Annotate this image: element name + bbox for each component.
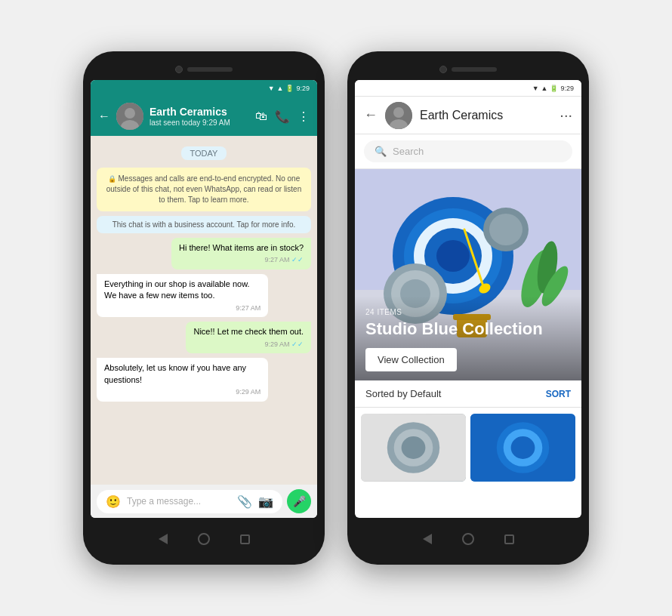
home-nav-btn-2[interactable]: [462, 533, 474, 545]
speaker-1: [187, 67, 233, 72]
contact-status: last seen today 9:29 AM: [150, 119, 249, 127]
encryption-notice[interactable]: 🔒 Messages and calls are end-to-end encr…: [97, 168, 311, 211]
contact-avatar: [116, 103, 143, 130]
encryption-text: Messages and calls are end-to-end encryp…: [106, 174, 301, 204]
search-icon: 🔍: [375, 146, 387, 157]
more-icon[interactable]: ⋮: [297, 109, 310, 124]
message-time-4: 9:29 AM: [104, 387, 260, 397]
status-bar-2: ▼ ▲ 🔋 9:29: [355, 80, 581, 97]
wifi-icon-2: ▲: [541, 85, 548, 92]
avatar-image: [116, 103, 143, 130]
back-button[interactable]: ←: [98, 109, 110, 123]
message-text-2: Everything in our shop is available now.…: [104, 279, 250, 300]
wifi-icon: ▲: [277, 85, 284, 92]
sort-button[interactable]: SORT: [546, 389, 571, 399]
business-notice[interactable]: This chat is with a business account. Ta…: [97, 216, 311, 233]
time-2: 9:29: [560, 85, 574, 92]
chat-messages: TODAY 🔒 Messages and calls are end-to-en…: [91, 136, 317, 485]
svg-point-12: [436, 240, 470, 272]
back-nav-btn-2[interactable]: [423, 534, 432, 544]
chat-input-box[interactable]: 🙂 Type a message... 📎 📷: [97, 490, 282, 513]
signal-icon: ▼: [268, 85, 275, 92]
call-icon[interactable]: 📞: [275, 109, 290, 124]
home-nav-btn-1[interactable]: [198, 533, 210, 545]
contact-info: Earth Ceramics last seen today 9:29 AM: [150, 106, 249, 127]
svg-point-28: [402, 436, 426, 459]
sort-label: Sorted by Default: [365, 388, 441, 399]
collection-name: Studio Blue Collection: [365, 319, 571, 339]
chat-header: ← Earth Ceramics last seen today 9:29 AM: [91, 97, 317, 136]
emoji-icon[interactable]: 🙂: [106, 494, 121, 509]
catalog-icon[interactable]: 🛍: [255, 109, 267, 123]
header-icons: 🛍 📞 ⋮: [255, 109, 310, 124]
attachment-icon[interactable]: 📎: [237, 494, 252, 509]
catalog-sort-bar: Sorted by Default SORT: [355, 380, 581, 408]
phone-top-bar-2: [355, 62, 581, 77]
svg-point-19: [489, 214, 522, 245]
message-text-1: Hi there! What items are in stock?: [179, 243, 304, 252]
view-collection-button[interactable]: View Collection: [365, 348, 457, 371]
lock-icon: 🔒: [108, 175, 116, 183]
phone-nav-1: [91, 524, 317, 554]
svg-point-4: [393, 107, 404, 118]
status-bar-1: ▼ ▲ 🔋 9:29: [91, 80, 317, 97]
recents-nav-btn-2[interactable]: [504, 534, 514, 544]
chat-input-area: 🙂 Type a message... 📎 📷 🎤: [91, 485, 317, 518]
message-time-3: 9:29 AM ✓✓: [193, 340, 304, 350]
phone-1: ▼ ▲ 🔋 9:29 ←: [83, 51, 325, 565]
read-check-1: ✓✓: [291, 256, 304, 263]
camera-icon[interactable]: 📷: [258, 494, 273, 509]
battery-icon-2: 🔋: [550, 85, 558, 92]
catalog-grid: [355, 408, 581, 518]
catalog-more-button[interactable]: ···: [559, 106, 572, 124]
catalog-search-box[interactable]: 🔍 Search: [364, 140, 572, 162]
message-text-3: Nice!! Let me check them out.: [193, 327, 304, 336]
items-count: 24 ITEMS: [365, 308, 571, 316]
message-time-2: 9:27 AM: [104, 303, 260, 313]
input-placeholder: Type a message...: [127, 496, 231, 507]
message-1: Hi there! What items are in stock? 9:27 …: [171, 238, 311, 270]
front-camera-1: [175, 66, 183, 73]
catalog-back-button[interactable]: ←: [364, 107, 378, 123]
read-check-3: ✓✓: [291, 340, 304, 348]
phone-nav-2: [355, 524, 581, 554]
mic-button[interactable]: 🎤: [287, 489, 311, 513]
catalog-search-area: 🔍 Search: [355, 134, 581, 169]
svg-point-1: [125, 108, 135, 119]
search-placeholder: Search: [393, 146, 424, 157]
grid-item-2[interactable]: [470, 414, 575, 482]
time-1: 9:29: [296, 85, 310, 92]
catalog-header: ← Earth Ceramics ···: [355, 97, 581, 134]
message-2: Everything in our shop is available now.…: [97, 274, 268, 317]
speaker-2: [452, 67, 497, 72]
status-icons-1: ▼ ▲ 🔋 9:29: [268, 85, 310, 92]
status-icons-2: ▼ ▲ 🔋 9:29: [532, 85, 574, 92]
signal-icon-2: ▼: [532, 85, 539, 92]
message-4: Absolutely, let us know if you have any …: [97, 358, 268, 401]
catalog-avatar: [385, 102, 412, 129]
front-camera-2: [439, 66, 447, 73]
phone-2: ▼ ▲ 🔋 9:29 ←: [347, 51, 589, 565]
phones-container: ▼ ▲ 🔋 9:29 ←: [60, 29, 612, 587]
catalog-business-name: Earth Ceramics: [420, 109, 552, 122]
back-nav-btn-1[interactable]: [159, 534, 168, 544]
catalog-hero: 24 ITEMS Studio Blue Collection View Col…: [355, 169, 581, 380]
phone-screen-1: ▼ ▲ 🔋 9:29 ←: [91, 80, 317, 518]
recents-nav-btn-1[interactable]: [240, 534, 250, 544]
date-badge: TODAY: [181, 146, 227, 160]
phone-screen-2: ▼ ▲ 🔋 9:29 ←: [355, 80, 581, 518]
grid-item-1[interactable]: [361, 414, 466, 482]
message-time-1: 9:27 AM ✓✓: [179, 255, 304, 265]
phone-top-bar-1: [91, 62, 317, 77]
message-text-4: Absolutely, let us know if you have any …: [104, 363, 246, 383]
battery-icon: 🔋: [285, 85, 294, 92]
contact-name: Earth Ceramics: [150, 106, 249, 119]
hero-overlay: 24 ITEMS Studio Blue Collection View Col…: [355, 296, 581, 380]
svg-point-32: [511, 436, 535, 459]
message-3: Nice!! Let me check them out. 9:29 AM ✓✓: [186, 322, 311, 353]
catalog-avatar-img: [385, 102, 412, 129]
